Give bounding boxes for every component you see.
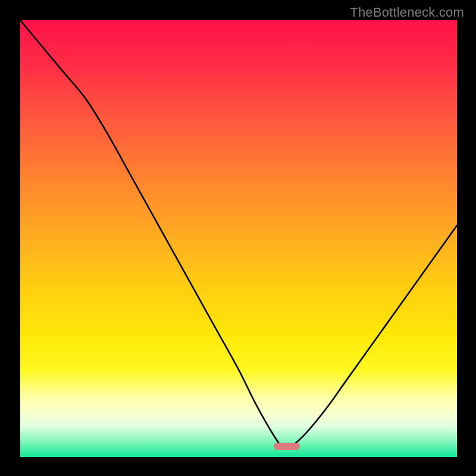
line-layer	[20, 20, 457, 457]
optimal-marker	[274, 443, 300, 450]
plot-area	[20, 20, 457, 457]
bottleneck-curve	[20, 20, 457, 447]
chart-container: TheBottleneck.com	[0, 0, 476, 476]
watermark-text: TheBottleneck.com	[350, 5, 464, 20]
